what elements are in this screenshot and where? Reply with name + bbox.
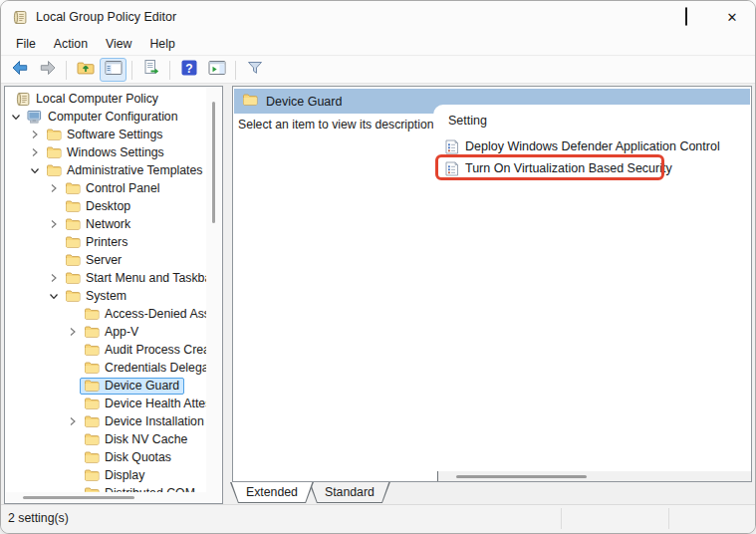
tree-item-target[interactable]: Device Guard (80, 378, 184, 395)
minimize-button[interactable] (618, 1, 663, 33)
tree-item-disk-nv-cache[interactable]: Disk NV Cache (5, 430, 222, 448)
tree-item-local-computer-policy[interactable]: Local Computer Policy (5, 90, 222, 108)
tree-horizontal-scrollbar[interactable] (6, 492, 221, 502)
menu-view[interactable]: View (97, 35, 140, 53)
tree-item-desktop[interactable]: Desktop (5, 197, 222, 215)
folder-icon (84, 360, 100, 376)
tree-item-windows-settings[interactable]: Windows Settings (5, 143, 222, 161)
tree-item-label: Access-Denied Assi (105, 307, 213, 321)
tree-item-target[interactable]: Windows Settings (42, 144, 169, 161)
tree-item-start-menu-and-taskba[interactable]: Start Menu and Taskba (5, 269, 222, 287)
tree-item-device-health-attes[interactable]: Device Health Attes (5, 395, 222, 412)
chevron-down-icon[interactable] (28, 162, 42, 178)
setting-column-header[interactable]: Setting (448, 114, 750, 132)
tree-item-target[interactable]: Local Computer Policy (11, 91, 163, 108)
chevron-right-icon[interactable] (28, 144, 42, 160)
tree-item-display[interactable]: Display (5, 466, 222, 484)
tree-vertical-scrollbar[interactable] (206, 88, 221, 492)
setting-row-turn-on-virtualization-based-security[interactable]: Turn On Virtualization Based Security (433, 157, 750, 179)
tab-standard[interactable]: Standard (309, 482, 390, 503)
tree-item-label: Audit Process Crea (105, 343, 210, 357)
tree-item-target[interactable]: Network (61, 216, 135, 233)
tree-item-target[interactable]: Display (80, 467, 149, 484)
tree-item-target[interactable]: Audit Process Crea (80, 342, 215, 359)
chevron-down-icon[interactable] (47, 288, 61, 304)
close-button[interactable]: ✕ (709, 1, 755, 33)
folder-icon (242, 92, 258, 112)
chevron-right-icon[interactable] (47, 216, 61, 232)
tree-item-target[interactable]: Control Panel (61, 180, 165, 197)
tree-item-target[interactable]: Credentials Delegat (80, 360, 217, 377)
details-pane: Device Guard Select an item to view its … (232, 86, 752, 482)
chevron-right-icon[interactable] (66, 324, 80, 340)
tree-item-printers[interactable]: Printers (5, 233, 222, 251)
tree-item-audit-process-crea[interactable]: Audit Process Crea (5, 341, 222, 359)
tree-item-server[interactable]: Server (5, 251, 222, 269)
tree-item-target[interactable]: App-V (80, 324, 143, 341)
tree-item-control-panel[interactable]: Control Panel (5, 179, 222, 197)
scrollbar-thumb[interactable] (212, 102, 215, 223)
tree-item-target[interactable]: Software Settings (42, 127, 167, 143)
export-list-button[interactable] (137, 58, 164, 82)
setting-row-deploy-windows-defender-application-control[interactable]: Deploy Windows Defender Application Cont… (433, 135, 750, 157)
menu-action[interactable]: Action (45, 35, 97, 53)
menu-help[interactable]: Help (140, 35, 183, 53)
maximize-icon (685, 8, 687, 26)
scrollbar-thumb[interactable] (456, 475, 587, 478)
tree-item-label: Device Health Attes (105, 397, 211, 410)
tree-item-device-installation[interactable]: Device Installation (5, 412, 222, 430)
tree-item-target[interactable]: Server (61, 252, 126, 269)
chevron-right-icon[interactable] (28, 127, 42, 142)
tree-item-disk-quotas[interactable]: Disk Quotas (5, 448, 222, 466)
tree-item-system[interactable]: System (5, 287, 222, 305)
show-action-pane-button[interactable] (203, 58, 230, 82)
tree-item-target[interactable]: Printers (61, 234, 132, 251)
maximize-button[interactable] (663, 1, 709, 33)
up-one-level-button[interactable] (72, 58, 99, 82)
tree-item-target[interactable]: Administrative Templates (42, 162, 207, 179)
settings-horizontal-scrollbar[interactable] (437, 471, 751, 481)
tree-item-computer-configuration[interactable]: Computer Configuration (5, 108, 222, 126)
tree-item-target[interactable]: Disk NV Cache (80, 431, 192, 448)
tree-item-app-v[interactable]: App-V (5, 323, 222, 341)
tree-item-target[interactable]: Device Installation (80, 413, 209, 430)
tree-item-target[interactable]: Device Health Attes (80, 396, 216, 412)
gpedit-scroll-icon (12, 9, 28, 25)
back-button[interactable] (6, 58, 33, 82)
tree-item-target[interactable]: Access-Denied Assi (80, 306, 218, 323)
folder-icon (65, 270, 81, 286)
tree-item-device-guard[interactable]: Device Guard (5, 377, 222, 395)
tree-item-target[interactable]: Desktop (61, 198, 135, 215)
chevron-right-icon[interactable] (47, 270, 61, 286)
policy-setting-icon (445, 139, 458, 154)
help-button[interactable]: ? (175, 58, 202, 82)
tree-item-network[interactable]: Network (5, 215, 222, 233)
tree-item-credentials-delegat[interactable]: Credentials Delegat (5, 359, 222, 377)
tree-item-administrative-templates[interactable]: Administrative Templates (5, 161, 222, 179)
scrollbar-thumb[interactable] (23, 496, 134, 499)
forward-button[interactable] (34, 58, 61, 82)
folder-icon (65, 198, 81, 214)
tree-item-target[interactable]: Start Menu and Taskba (61, 270, 216, 287)
show-console-tree-button[interactable] (100, 58, 126, 82)
folder-icon (65, 180, 81, 196)
menu-file[interactable]: File (7, 35, 45, 53)
tab-label: Standard (309, 482, 390, 499)
tree-item-access-denied-assi[interactable]: Access-Denied Assi (5, 305, 222, 323)
folder-icon (65, 252, 81, 268)
chevron-right-icon[interactable] (66, 413, 80, 429)
folder-icon (84, 396, 100, 411)
folder-icon (65, 234, 81, 250)
tab-extended[interactable]: Extended (230, 482, 314, 503)
chevron-right-icon[interactable] (47, 180, 61, 196)
tree-item-target[interactable]: Disk Quotas (80, 449, 176, 466)
tab-label: Extended (230, 482, 314, 499)
filter-button[interactable] (241, 58, 268, 82)
export-list-icon (141, 58, 161, 82)
tree-item-label: Network (86, 217, 130, 231)
svg-text:?: ? (185, 62, 192, 76)
tree-item-target[interactable]: System (61, 288, 131, 305)
chevron-down-icon[interactable] (9, 109, 23, 125)
tree-item-target[interactable]: Computer Configuration (23, 109, 183, 126)
tree-item-software-settings[interactable]: Software Settings (5, 126, 222, 143)
